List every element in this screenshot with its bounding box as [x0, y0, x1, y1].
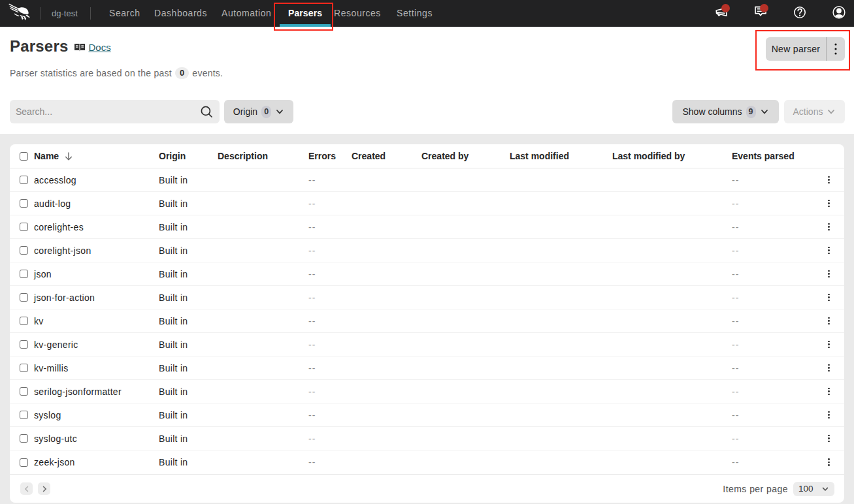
- column-header-last-modified-by[interactable]: Last modified by: [612, 151, 732, 161]
- row-menu-button[interactable]: [824, 291, 834, 304]
- table-row[interactable]: syslog Built in -- --: [10, 403, 844, 427]
- column-header-name[interactable]: Name: [34, 151, 159, 161]
- book-icon: [74, 43, 86, 52]
- table-row[interactable]: zeek-json Built in -- --: [10, 450, 844, 474]
- row-checkbox[interactable]: [20, 176, 28, 184]
- cell-errors: --: [308, 386, 352, 397]
- row-checkbox[interactable]: [20, 434, 28, 443]
- nav-item-dashboards[interactable]: Dashboards: [146, 0, 215, 27]
- table-row[interactable]: accesslog Built in -- --: [10, 168, 844, 192]
- nav-item-settings[interactable]: Settings: [389, 0, 440, 27]
- nav-item-search[interactable]: Search: [101, 0, 148, 27]
- row-checkbox[interactable]: [20, 340, 28, 349]
- cell-name: kv-generic: [34, 339, 159, 350]
- table-row[interactable]: kv-generic Built in -- --: [10, 333, 844, 356]
- cell-events-parsed: --: [732, 363, 819, 373]
- origin-filter-button[interactable]: Origin 0: [224, 100, 293, 123]
- profile-button[interactable]: [827, 0, 851, 27]
- cell-checkbox: [10, 434, 34, 443]
- row-menu-button[interactable]: [824, 221, 834, 234]
- row-checkbox[interactable]: [20, 458, 28, 467]
- row-menu-button[interactable]: [824, 456, 834, 469]
- cell-checkbox: [10, 340, 34, 349]
- row-checkbox[interactable]: [20, 411, 28, 419]
- row-checkbox[interactable]: [20, 223, 28, 231]
- actions-button[interactable]: Actions: [784, 100, 845, 123]
- row-menu-button[interactable]: [824, 244, 834, 257]
- cell-origin: Built in: [159, 292, 218, 303]
- items-per-page-select[interactable]: 100: [793, 482, 834, 496]
- new-parser-menu-button[interactable]: [827, 37, 845, 61]
- table-row[interactable]: kv-millis Built in -- --: [10, 356, 844, 380]
- cell-events-parsed: --: [732, 245, 819, 256]
- next-page-button[interactable]: [38, 482, 50, 495]
- row-menu-button[interactable]: [824, 385, 834, 398]
- row-checkbox[interactable]: [20, 293, 28, 302]
- crowdstrike-falcon-logo[interactable]: [8, 3, 31, 22]
- row-menu-button[interactable]: [824, 409, 834, 422]
- cell-errors: --: [308, 269, 352, 279]
- row-menu-button[interactable]: [824, 197, 834, 210]
- row-checkbox[interactable]: [20, 364, 28, 372]
- column-header-created[interactable]: Created: [352, 151, 421, 161]
- kebab-dot: [828, 320, 830, 322]
- select-all-checkbox[interactable]: [20, 152, 28, 161]
- nav-item-automation[interactable]: Automation: [214, 0, 279, 27]
- row-menu-button[interactable]: [824, 338, 834, 351]
- cell-checkbox: [10, 223, 34, 231]
- row-menu-button[interactable]: [824, 362, 834, 375]
- help-button[interactable]: [788, 0, 812, 27]
- cell-row-menu: [819, 456, 844, 469]
- table-row[interactable]: kv Built in -- --: [10, 309, 844, 333]
- column-header-description[interactable]: Description: [218, 151, 308, 161]
- show-columns-count-badge: 9: [746, 106, 756, 118]
- parsers-table-card: Name Origin Description Errors Created C…: [10, 144, 844, 503]
- notification-dot: [721, 4, 730, 12]
- row-menu-button[interactable]: [824, 315, 834, 328]
- kebab-dot: [828, 182, 830, 184]
- column-header-errors[interactable]: Errors: [308, 151, 352, 161]
- column-header-origin[interactable]: Origin: [159, 151, 218, 161]
- kebab-dot: [828, 270, 830, 272]
- kebab-dot: [828, 179, 830, 181]
- docs-link[interactable]: Docs: [88, 42, 110, 53]
- table-row[interactable]: audit-log Built in -- --: [10, 192, 844, 215]
- column-header-events-parsed[interactable]: Events parsed: [732, 151, 819, 161]
- nav-item-resources[interactable]: Resources: [326, 0, 389, 27]
- cell-checkbox: [10, 317, 34, 325]
- table-row[interactable]: json-for-action Built in -- --: [10, 286, 844, 309]
- table-row[interactable]: serilog-jsonformatter Built in -- --: [10, 380, 844, 403]
- cell-name: kv-millis: [34, 363, 159, 373]
- show-columns-button[interactable]: Show columns 9: [672, 100, 779, 123]
- cell-origin: Built in: [159, 175, 218, 185]
- table-header-row: Name Origin Description Errors Created C…: [10, 144, 844, 168]
- kebab-dot: [828, 394, 830, 396]
- previous-page-button[interactable]: [20, 482, 33, 495]
- table-row[interactable]: json Built in -- --: [10, 262, 844, 286]
- new-parser-button[interactable]: New parser: [766, 37, 826, 61]
- row-menu-button[interactable]: [824, 268, 834, 281]
- table-row[interactable]: corelight-json Built in -- --: [10, 239, 844, 262]
- search-icon[interactable]: [200, 105, 213, 118]
- pagination-bar: Items per page 100: [10, 474, 844, 503]
- table-row[interactable]: corelight-es Built in -- --: [10, 215, 844, 239]
- row-checkbox[interactable]: [20, 317, 28, 325]
- column-header-created-by[interactable]: Created by: [421, 151, 510, 161]
- row-menu-button[interactable]: [824, 174, 834, 187]
- row-checkbox[interactable]: [20, 246, 28, 255]
- kebab-dot: [828, 458, 830, 460]
- events-count-badge: 0: [175, 67, 189, 79]
- announcements-button[interactable]: [710, 0, 733, 27]
- column-header-last-modified[interactable]: Last modified: [510, 151, 612, 161]
- row-menu-button[interactable]: [824, 432, 834, 445]
- row-checkbox[interactable]: [20, 270, 28, 278]
- cell-origin: Built in: [159, 433, 218, 444]
- row-checkbox[interactable]: [20, 387, 28, 396]
- cell-origin: Built in: [159, 363, 218, 373]
- search-input[interactable]: [10, 100, 220, 123]
- workspace-name[interactable]: dg-test: [52, 0, 78, 27]
- feedback-button[interactable]: [749, 0, 772, 27]
- nav-item-parsers[interactable]: Parsers: [280, 0, 331, 27]
- table-row[interactable]: syslog-utc Built in -- --: [10, 427, 844, 450]
- row-checkbox[interactable]: [20, 199, 28, 208]
